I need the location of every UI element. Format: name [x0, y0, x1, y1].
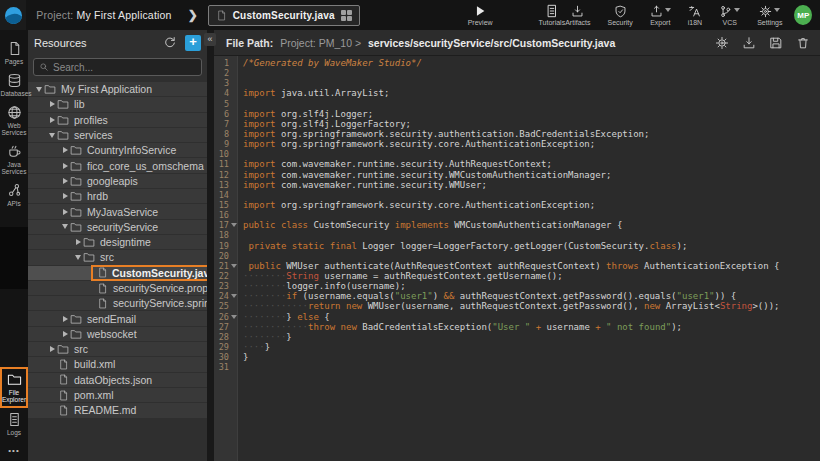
collapse-panel-button[interactable]: «	[204, 33, 216, 46]
preview-button[interactable]: Preview	[468, 4, 493, 26]
tree-collapse-arrow-icon[interactable]	[60, 224, 70, 229]
tree-collapse-arrow-icon[interactable]	[34, 87, 44, 92]
tree-folder-websocket[interactable]: websocket	[28, 327, 207, 341]
tree-folder-src[interactable]: src	[28, 250, 207, 264]
code-line: 26········} else {	[214, 312, 820, 322]
tree-file-securityservice-spring-xml[interactable]: securityService.spring.xml	[28, 296, 207, 310]
line-number: 3	[214, 78, 229, 88]
fold-marker-icon[interactable]	[231, 223, 237, 227]
code-line: 31	[214, 362, 820, 372]
code-editor[interactable]: 1/*Generated by WaveMaker Studio*/234imp…	[214, 56, 820, 461]
tree-file-dataobjects-json[interactable]: dataObjects.json	[28, 373, 207, 387]
rail-item-file-explorer[interactable]: File Explorer	[0, 367, 28, 408]
search-input[interactable]	[53, 62, 196, 73]
avatar[interactable]: MP	[794, 5, 812, 25]
selected-file-box: CustomSecurity.java	[91, 265, 207, 281]
chevron-down-icon[interactable]	[774, 8, 780, 12]
code-text: ············return new WMUser(username, …	[243, 301, 820, 311]
tree-folder-countryinfoservice[interactable]: CountryInfoService	[28, 143, 207, 157]
tree-folder-googleapis[interactable]: googleapis	[28, 174, 207, 188]
tree-item-label: sendEmail	[87, 313, 136, 325]
line-number: 21	[214, 261, 229, 271]
topbar-button-vcs[interactable]: VCS	[719, 5, 740, 26]
topbar-button-security[interactable]: Security	[607, 5, 632, 26]
tree-collapse-arrow-icon[interactable]	[73, 255, 83, 260]
settings-icon[interactable]	[715, 36, 729, 50]
project-name: My First Application	[77, 9, 172, 21]
topbar-button-settings[interactable]: Settings	[757, 5, 782, 26]
tree-folder-profiles[interactable]: profiles	[28, 113, 207, 127]
topbar-button-artifacts[interactable]: Artifacts	[565, 5, 590, 26]
code-line: 19 private static final Logger logger=Lo…	[214, 241, 820, 251]
line-number: 25	[214, 301, 229, 311]
rail-more-button[interactable]: •••	[8, 440, 19, 457]
tree-file-customsecurity-java[interactable]: CustomSecurity.java	[28, 266, 207, 280]
tree-expand-arrow-icon[interactable]	[73, 239, 83, 245]
rail-item-logs[interactable]: Logs	[0, 408, 28, 440]
chevron-down-icon[interactable]	[665, 8, 671, 12]
tree-expand-arrow-icon[interactable]	[60, 316, 70, 322]
code-line: 28········}	[214, 332, 820, 342]
refresh-icon[interactable]	[163, 36, 177, 50]
rail-item-apis[interactable]: APIs	[0, 179, 28, 211]
wavemaker-logo-icon[interactable]	[0, 0, 26, 30]
code-text: public class CustomSecurity implements W…	[243, 220, 820, 230]
tree-folder-securityservice[interactable]: securityService	[28, 220, 207, 234]
add-resource-button[interactable]: +	[185, 35, 201, 51]
topbar-button-export[interactable]: Export	[650, 5, 671, 26]
rail-item-web-services[interactable]: Web Services	[0, 101, 28, 140]
fold-marker-icon[interactable]	[231, 315, 237, 319]
wavemaker-studio-window: Project: My First Application ❯ CustomSe…	[0, 0, 820, 461]
tree-folder-services[interactable]: services	[28, 128, 207, 142]
fold-marker-icon[interactable]	[231, 294, 237, 298]
tree-expand-arrow-icon[interactable]	[60, 163, 70, 169]
tree-folder-designtime[interactable]: designtime	[28, 235, 207, 249]
download-icon[interactable]	[742, 36, 756, 50]
code-text: public WMUser authenticate(AuthRequestCo…	[243, 261, 820, 271]
folder-icon	[70, 313, 82, 325]
topbar-button-i18n[interactable]: i18N	[688, 5, 702, 26]
tree-folder-myjavaservice[interactable]: MyJavaService	[28, 204, 207, 218]
rail-item-java-services[interactable]: Java Services	[0, 140, 28, 179]
rail-item-databases[interactable]: Databases	[0, 69, 28, 101]
tree-folder-src[interactable]: src	[28, 342, 207, 356]
save-icon[interactable]	[769, 36, 783, 50]
code-line: 23········logger.info(username);	[214, 281, 820, 291]
export-icon	[650, 5, 663, 18]
tree-folder-lib[interactable]: lib	[28, 97, 207, 111]
tree-expand-arrow-icon[interactable]	[60, 178, 70, 184]
vcs-icon	[719, 5, 732, 18]
tree-expand-arrow-icon[interactable]	[60, 193, 70, 199]
tree-folder-my-first-application[interactable]: My First Application	[28, 82, 207, 96]
code-text: import org.slf4j.LoggerFactory;	[243, 119, 820, 129]
tree-collapse-arrow-icon[interactable]	[47, 133, 57, 138]
tree-folder-sendemail[interactable]: sendEmail	[28, 311, 207, 325]
tree-folder-hrdb[interactable]: hrdb	[28, 189, 207, 203]
tree-file-pom-xml[interactable]: pom.xml	[28, 388, 207, 402]
tutorials-button[interactable]: Tutorials	[539, 4, 566, 26]
tree-expand-arrow-icon[interactable]	[60, 147, 70, 153]
tree-file-build-xml[interactable]: build.xml	[28, 357, 207, 371]
line-number: 17	[214, 220, 229, 230]
chevron-down-icon[interactable]	[734, 8, 740, 12]
code-line: 3	[214, 78, 820, 88]
tree-expand-arrow-icon[interactable]	[47, 117, 57, 123]
fold-marker-icon[interactable]	[231, 264, 237, 268]
project-breadcrumb: Project: My First Application	[36, 9, 171, 21]
tree-expand-arrow-icon[interactable]	[47, 346, 57, 352]
tree-expand-arrow-icon[interactable]	[60, 331, 70, 337]
tree-folder-fico-core-us-omschema[interactable]: fico_core_us_omschema	[28, 158, 207, 172]
chevron-right-icon[interactable]: ❯	[188, 8, 198, 22]
folder-icon	[57, 343, 69, 355]
tree-expand-arrow-icon[interactable]	[47, 101, 57, 107]
grid-icon[interactable]	[341, 10, 352, 21]
tab-customsecurity-java[interactable]: CustomSecurity.java	[208, 5, 360, 26]
code-line: 10	[214, 149, 820, 159]
delete-icon[interactable]	[796, 36, 810, 50]
line-number: 18	[214, 230, 229, 240]
panel-divider[interactable]: «	[207, 30, 214, 461]
rail-item-pages[interactable]: Pages	[0, 37, 28, 69]
tree-expand-arrow-icon[interactable]	[60, 209, 70, 215]
tree-file-readme-md[interactable]: README.md	[28, 403, 207, 417]
tree-file-securityservice-properties[interactable]: securityService.properties	[28, 281, 207, 295]
